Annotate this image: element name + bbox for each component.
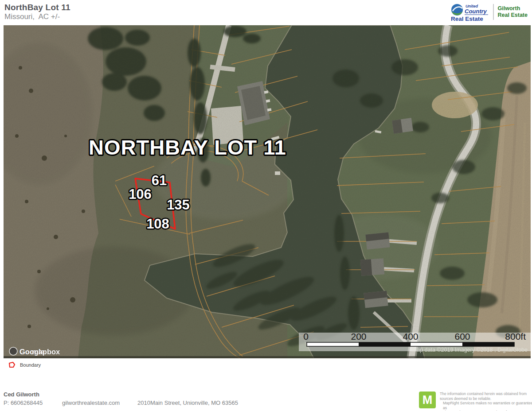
gilworth-logo: Gilworth Real Estate (498, 5, 528, 19)
page-subtitle: Missouri, AC +/- (4, 12, 60, 21)
boundary-icon (8, 361, 16, 368)
legend: Boundary (8, 361, 41, 368)
aerial-map: 61 106 135 108 NORTHBAY LOT 11 Google ma… (4, 25, 531, 358)
flyer-page: NorthBay Lot 11 Missouri, AC +/- United … (0, 0, 532, 411)
united-country-logo: United Country Real Estate (450, 2, 489, 22)
scale-bar: 0 200 400 600 800ft Map data ©2019 Image… (299, 331, 531, 353)
disclaimer-line1: The information contained herein was obt… (440, 392, 532, 396)
gilworth-line2: Real Estate (498, 12, 528, 19)
dim-top: 61 (152, 173, 167, 188)
gilworth-line1: Gilworth (498, 5, 528, 12)
uc-line-bottom: Real Estate (451, 16, 483, 22)
agent-name: Ced Gilworth (4, 391, 39, 398)
map-attribution: Map data ©2019 Imagery ©2018 , DigitalGl… (412, 347, 528, 353)
agent-address: 2010Main Street, Unionville, MO 63565 (137, 399, 238, 406)
globe-icon (451, 4, 463, 16)
map-bottom-edge (4, 356, 531, 358)
dim-right: 135 (167, 197, 190, 213)
scale-tick-600: 600 (454, 331, 470, 341)
disclaimer-line2: sources deemed to be reliable. (440, 396, 532, 401)
mapright-logo: M (419, 392, 436, 408)
scale-tick-400: 400 (403, 331, 418, 341)
scale-tick-0: 0 (303, 331, 309, 341)
brand-block: United Country Real Estate Gilworth Real… (450, 2, 528, 22)
scale-tick-200: 200 (351, 331, 366, 341)
dim-left: 106 (129, 186, 152, 202)
agent-website[interactable]: gilworthrealestate.com (62, 399, 120, 406)
legend-boundary-label: Boundary (20, 362, 41, 368)
disclaimer: The information contained herein was obt… (440, 392, 532, 411)
page-title: NorthBay Lot 11 (4, 3, 70, 12)
uc-line-mid: Country (465, 8, 487, 15)
map-overlay-title: NORTHBAY LOT 11 (89, 136, 286, 159)
dim-bottom: 108 (146, 216, 169, 232)
photo-grain (4, 25, 531, 358)
brand-divider (493, 4, 494, 20)
mapright-letter: M (422, 393, 433, 407)
mapbox-icon (9, 347, 17, 355)
disclaimer-line3: MapRight Services makes no warranties or… (440, 401, 532, 410)
agent-phone: P: 6606268445 (4, 399, 43, 406)
mapbox-watermark: mapbox (32, 348, 60, 356)
map-canvas: 61 106 135 108 NORTHBAY LOT 11 Google ma… (4, 25, 531, 358)
scale-tick-800: 800ft (505, 331, 526, 341)
